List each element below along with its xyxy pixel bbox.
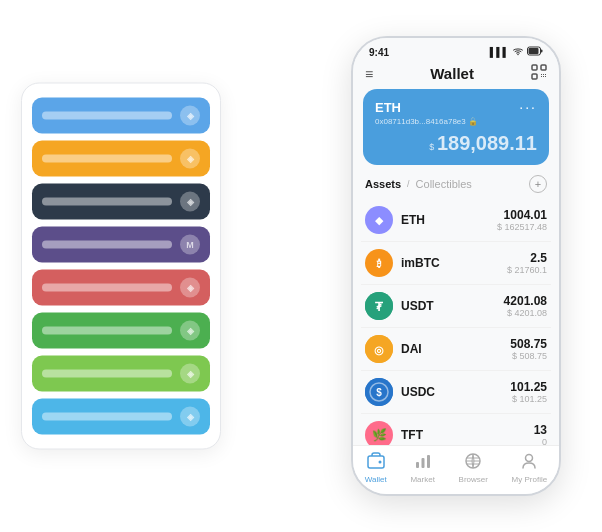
signal-icon: ▌▌▌ bbox=[490, 47, 509, 57]
nav-label: Market bbox=[410, 475, 434, 484]
dai-token-icon: ◎ bbox=[365, 335, 393, 363]
svg-text:$: $ bbox=[376, 387, 382, 398]
card-dot: ◈ bbox=[180, 407, 200, 427]
tab-assets[interactable]: Assets bbox=[365, 178, 401, 190]
eth-address: 0x08711d3b...8416a78e3 🔒 bbox=[375, 117, 537, 126]
eth-card[interactable]: ETH ··· 0x08711d3b...8416a78e3 🔒 $ 189,0… bbox=[363, 89, 549, 165]
table-row[interactable]: ◆ ETH 1004.01 $ 162517.48 bbox=[361, 199, 551, 242]
asset-amounts: 508.75 $ 508.75 bbox=[510, 337, 547, 361]
asset-amounts: 13 0 bbox=[534, 423, 547, 445]
asset-amount: 4201.08 bbox=[504, 294, 547, 308]
list-item[interactable]: ◈ bbox=[32, 98, 210, 134]
eth-token-icon: ◆ bbox=[365, 206, 393, 234]
card-dot: ◈ bbox=[180, 192, 200, 212]
svg-rect-4 bbox=[532, 74, 537, 79]
table-row[interactable]: ₮ USDT 4201.08 $ 4201.08 bbox=[361, 285, 551, 328]
asset-name: DAI bbox=[401, 342, 510, 356]
card-dot: ◈ bbox=[180, 278, 200, 298]
nav-label: My Profile bbox=[512, 475, 548, 484]
table-row[interactable]: ₿ imBTC 2.5 $ 21760.1 bbox=[361, 242, 551, 285]
list-item[interactable]: ◈ bbox=[32, 313, 210, 349]
list-item[interactable]: ◈ bbox=[32, 141, 210, 177]
asset-list: ◆ ETH 1004.01 $ 162517.48 ₿ imBTC 2.5 $ … bbox=[353, 199, 559, 445]
svg-point-21 bbox=[526, 455, 533, 462]
card-stack: ◈ ◈ ◈ M ◈ ◈ ◈ ◈ bbox=[21, 83, 221, 450]
svg-point-16 bbox=[378, 461, 381, 464]
assets-tabs: Assets / Collectibles bbox=[365, 178, 472, 190]
table-row[interactable]: ◎ DAI 508.75 $ 508.75 bbox=[361, 328, 551, 371]
svg-rect-18 bbox=[421, 458, 424, 468]
asset-amounts: 2.5 $ 21760.1 bbox=[507, 251, 547, 275]
card-bar bbox=[42, 370, 172, 378]
nav-label: Browser bbox=[459, 475, 488, 484]
svg-text:◎: ◎ bbox=[374, 344, 384, 356]
asset-amounts: 4201.08 $ 4201.08 bbox=[504, 294, 547, 318]
card-bar bbox=[42, 112, 172, 120]
battery-icon bbox=[527, 46, 543, 58]
market-icon bbox=[414, 452, 432, 473]
card-bar bbox=[42, 327, 172, 335]
nav-item-wallet[interactable]: Wallet bbox=[365, 452, 387, 484]
eth-symbol: ETH bbox=[375, 100, 401, 115]
status-icons: ▌▌▌ bbox=[490, 46, 543, 58]
asset-amount: 1004.01 bbox=[497, 208, 547, 222]
table-row[interactable]: $ USDC 101.25 $ 101.25 bbox=[361, 371, 551, 414]
nav-item-market[interactable]: Market bbox=[410, 452, 434, 484]
menu-icon[interactable]: ≡ bbox=[365, 66, 373, 82]
table-row[interactable]: 🌿 TFT 13 0 bbox=[361, 414, 551, 445]
asset-amount: 13 bbox=[534, 423, 547, 437]
asset-amount: 2.5 bbox=[507, 251, 547, 265]
page-title: Wallet bbox=[430, 65, 474, 82]
imbtc-token-icon: ₿ bbox=[365, 249, 393, 277]
status-time: 9:41 bbox=[369, 47, 389, 58]
wallet-icon bbox=[367, 452, 385, 473]
nav-item-browser[interactable]: Browser bbox=[459, 452, 488, 484]
phone: 9:41 ▌▌▌ ≡ Wallet ETH ··· bbox=[351, 36, 561, 496]
asset-amounts: 1004.01 $ 162517.48 bbox=[497, 208, 547, 232]
status-bar: 9:41 ▌▌▌ bbox=[353, 38, 559, 62]
asset-name: imBTC bbox=[401, 256, 507, 270]
list-item[interactable]: M bbox=[32, 227, 210, 263]
nav-label: Wallet bbox=[365, 475, 387, 484]
list-item[interactable]: ◈ bbox=[32, 184, 210, 220]
bottom-nav: Wallet Market Browser My Profile bbox=[353, 445, 559, 494]
asset-usd: $ 101.25 bbox=[510, 394, 547, 404]
tft-token-icon: 🌿 bbox=[365, 421, 393, 445]
card-bar bbox=[42, 241, 172, 249]
asset-amount: 508.75 bbox=[510, 337, 547, 351]
asset-name: USDT bbox=[401, 299, 504, 313]
asset-amount: 101.25 bbox=[510, 380, 547, 394]
card-bar bbox=[42, 198, 172, 206]
eth-balance-label: $ 189,089.11 bbox=[375, 132, 537, 155]
lock-icon: 🔒 bbox=[468, 117, 478, 126]
scene: ◈ ◈ ◈ M ◈ ◈ ◈ ◈ bbox=[21, 16, 581, 516]
card-dot: M bbox=[180, 235, 200, 255]
card-bar bbox=[42, 413, 172, 421]
svg-rect-2 bbox=[529, 48, 539, 54]
profile-icon bbox=[520, 452, 538, 473]
asset-usd: $ 162517.48 bbox=[497, 222, 547, 232]
scan-icon[interactable] bbox=[531, 64, 547, 83]
asset-usd: $ 508.75 bbox=[510, 351, 547, 361]
asset-usd: $ 4201.08 bbox=[504, 308, 547, 318]
eth-card-header: ETH ··· bbox=[375, 99, 537, 115]
svg-rect-17 bbox=[416, 462, 419, 468]
list-item[interactable]: ◈ bbox=[32, 270, 210, 306]
list-item[interactable]: ◈ bbox=[32, 399, 210, 435]
tab-collectibles[interactable]: Collectibles bbox=[416, 178, 472, 190]
eth-more-button[interactable]: ··· bbox=[519, 99, 537, 115]
wifi-icon bbox=[512, 46, 524, 58]
card-bar bbox=[42, 284, 172, 292]
asset-amounts: 101.25 $ 101.25 bbox=[510, 380, 547, 404]
browser-icon bbox=[464, 452, 482, 473]
top-nav: ≡ Wallet bbox=[353, 62, 559, 89]
svg-text:₮: ₮ bbox=[375, 300, 384, 314]
list-item[interactable]: ◈ bbox=[32, 356, 210, 392]
card-dot: ◈ bbox=[180, 106, 200, 126]
add-asset-button[interactable]: + bbox=[529, 175, 547, 193]
assets-header: Assets / Collectibles + bbox=[353, 173, 559, 199]
svg-rect-3 bbox=[532, 65, 537, 70]
nav-item-profile[interactable]: My Profile bbox=[512, 452, 548, 484]
card-dot: ◈ bbox=[180, 364, 200, 384]
svg-rect-19 bbox=[427, 455, 430, 468]
